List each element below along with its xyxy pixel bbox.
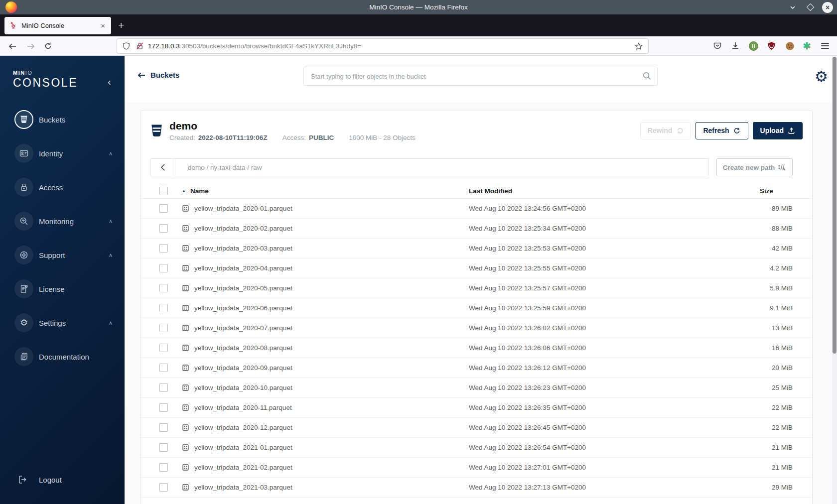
browser-tab[interactable]: MinIO Console ×	[4, 17, 111, 34]
window-minimize-button[interactable]	[787, 2, 798, 13]
row-checkbox[interactable]	[159, 244, 168, 252]
rewind-button[interactable]: Rewind	[640, 122, 692, 139]
back-arrow-icon	[138, 72, 145, 79]
pocket-icon[interactable]	[711, 39, 724, 52]
sidebar-item-documentation[interactable]: Documentation	[0, 340, 125, 374]
reload-button[interactable]	[41, 39, 55, 53]
sidebar-item-license[interactable]: License	[0, 272, 125, 306]
path-navigation-row: demo / ny-taxi-data / raw Create new pat…	[140, 150, 812, 176]
extension-asterisk-icon[interactable]: ✱	[801, 39, 814, 52]
object-name[interactable]: yellow_tripdata_2021-02.parquet	[194, 464, 292, 471]
table-row[interactable]: yellow_tripdata_2020-08.parquet Wed Aug …	[140, 338, 812, 358]
row-checkbox[interactable]	[159, 463, 168, 472]
chevron-up-icon[interactable]: ∧	[109, 218, 113, 225]
object-name[interactable]: yellow_tripdata_2020-02.parquet	[194, 225, 292, 232]
chevron-up-icon[interactable]: ∧	[109, 150, 113, 157]
create-new-path-button[interactable]: Create new path	[716, 158, 793, 176]
row-checkbox[interactable]	[159, 304, 168, 312]
row-checkbox[interactable]	[159, 443, 168, 452]
row-checkbox[interactable]	[159, 324, 168, 332]
new-tab-button[interactable]: +	[118, 19, 124, 31]
row-checkbox[interactable]	[159, 383, 168, 392]
sidebar-collapse-icon[interactable]: ‹	[108, 77, 111, 87]
object-name[interactable]: yellow_tripdata_2020-12.parquet	[194, 424, 292, 431]
menu-hamburger-icon[interactable]	[819, 39, 832, 52]
table-row[interactable]: yellow_tripdata_2021-01.parquet Wed Aug …	[140, 438, 812, 458]
row-checkbox[interactable]	[159, 483, 168, 492]
path-back-button[interactable]	[151, 159, 175, 176]
filter-objects-input[interactable]	[303, 67, 658, 86]
sidebar-item-monitoring[interactable]: Monitoring ∧	[0, 204, 125, 238]
table-row[interactable]: yellow_tripdata_2020-02.parquet Wed Aug …	[140, 219, 812, 239]
row-checkbox[interactable]	[159, 423, 168, 432]
object-name[interactable]: yellow_tripdata_2020-10.parquet	[194, 384, 292, 391]
console-settings-gear-icon[interactable]: ⚙	[815, 69, 828, 85]
row-checkbox[interactable]	[159, 364, 168, 372]
select-all-checkbox[interactable]	[159, 187, 168, 195]
sidebar-item-settings[interactable]: ⚙ Settings ∧	[0, 306, 125, 340]
object-name[interactable]: yellow_tripdata_2020-03.parquet	[194, 245, 292, 252]
table-row[interactable]: yellow_tripdata_2020-03.parquet Wed Aug …	[140, 239, 812, 258]
sidebar-item-buckets[interactable]: Buckets	[0, 103, 125, 136]
sort-ascending-icon[interactable]: ▲	[182, 189, 186, 193]
object-size: 5.9 MiB	[748, 284, 793, 292]
minio-favicon-icon	[9, 22, 17, 29]
table-row[interactable]: yellow_tripdata_2020-04.parquet Wed Aug …	[140, 258, 812, 278]
table-row[interactable]: yellow_tripdata_2021-02.parquet Wed Aug …	[140, 458, 812, 478]
row-checkbox[interactable]	[159, 344, 168, 352]
url-bar[interactable]: 172.18.0.3:30503/buckets/demo/browse/bnk…	[117, 38, 649, 54]
upload-button[interactable]: Upload	[753, 122, 803, 139]
object-name[interactable]: yellow_tripdata_2020-08.parquet	[194, 344, 292, 352]
object-name[interactable]: yellow_tripdata_2021-03.parquet	[194, 484, 292, 491]
window-maximize-button[interactable]	[805, 2, 816, 13]
row-checkbox[interactable]	[159, 284, 168, 292]
ublock-icon[interactable]	[765, 39, 778, 52]
object-size: 88 MiB	[748, 225, 793, 232]
object-name[interactable]: yellow_tripdata_2021-01.parquet	[194, 444, 292, 451]
insecure-lock-icon[interactable]	[136, 42, 144, 50]
downloads-icon[interactable]	[729, 39, 742, 52]
row-checkbox[interactable]	[159, 264, 168, 272]
scrollbar-thumb[interactable]	[833, 57, 837, 354]
refresh-button[interactable]: Refresh	[696, 122, 748, 139]
table-row[interactable]: yellow_tripdata_2020-10.parquet Wed Aug …	[140, 378, 812, 398]
table-row[interactable]: yellow_tripdata_2020-06.parquet Wed Aug …	[140, 298, 812, 318]
rewind-icon	[676, 127, 684, 134]
column-header-name[interactable]: Name	[190, 187, 209, 195]
sidebar-item-support[interactable]: Support ∧	[0, 238, 125, 272]
table-row[interactable]: yellow_tripdata_2021-03.parquet Wed Aug …	[140, 478, 812, 498]
table-row[interactable]: yellow_tripdata_2020-05.parquet Wed Aug …	[140, 278, 812, 298]
column-header-last-modified[interactable]: Last Modified	[469, 187, 748, 195]
chevron-up-icon[interactable]: ∧	[109, 320, 113, 326]
column-header-size[interactable]: Size	[748, 187, 793, 195]
sidebar-item-access[interactable]: Access	[0, 170, 125, 204]
bookmark-star-icon[interactable]	[634, 42, 643, 51]
table-row[interactable]: yellow_tripdata_2020-11.parquet Wed Aug …	[140, 398, 812, 418]
table-row[interactable]: yellow_tripdata_2020-09.parquet Wed Aug …	[140, 358, 812, 378]
back-to-buckets-link[interactable]: Buckets	[138, 71, 179, 79]
table-row[interactable]: yellow_tripdata_2020-12.parquet Wed Aug …	[140, 418, 812, 438]
forward-button[interactable]	[24, 39, 37, 53]
extension-green-icon[interactable]	[747, 39, 760, 52]
back-button[interactable]	[5, 39, 19, 53]
object-name[interactable]: yellow_tripdata_2020-07.parquet	[194, 324, 292, 332]
sidebar-item-identity[interactable]: Identity ∧	[0, 136, 125, 170]
object-name[interactable]: yellow_tripdata_2020-09.parquet	[194, 364, 292, 372]
table-row[interactable]: yellow_tripdata_2020-01.parquet Wed Aug …	[140, 199, 812, 219]
row-checkbox[interactable]	[159, 403, 168, 412]
row-checkbox[interactable]	[159, 224, 168, 233]
cookie-extension-icon[interactable]	[783, 39, 796, 52]
object-name[interactable]: yellow_tripdata_2020-06.parquet	[194, 304, 292, 312]
tracking-shield-icon[interactable]	[122, 42, 131, 50]
chevron-up-icon[interactable]: ∧	[109, 252, 113, 258]
object-name[interactable]: yellow_tripdata_2020-05.parquet	[194, 284, 292, 292]
row-checkbox[interactable]	[159, 204, 168, 213]
sidebar-item-logout[interactable]: Logout	[0, 463, 125, 497]
object-name[interactable]: yellow_tripdata_2020-11.parquet	[194, 404, 292, 411]
object-name[interactable]: yellow_tripdata_2020-01.parquet	[194, 205, 292, 212]
object-name[interactable]: yellow_tripdata_2020-04.parquet	[194, 264, 292, 272]
breadcrumb[interactable]: demo / ny-taxi-data / raw	[175, 164, 262, 171]
window-close-button[interactable]: ×	[822, 2, 833, 13]
tab-close-icon[interactable]: ×	[100, 21, 106, 30]
table-row[interactable]: yellow_tripdata_2020-07.parquet Wed Aug …	[140, 318, 812, 338]
